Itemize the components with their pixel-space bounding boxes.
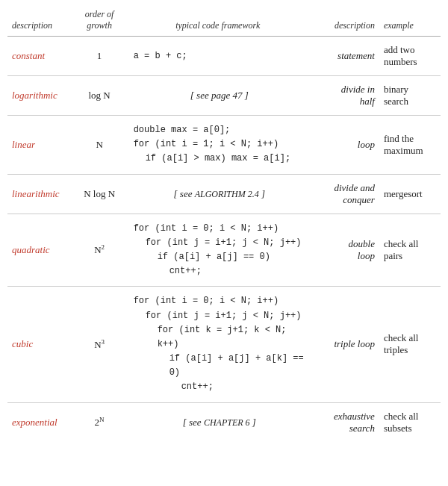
code-q-line-2: for (int j = i+1; j < N; j++) xyxy=(134,236,305,250)
code-c-line-3: for (int k = j+1; k < N; k++) xyxy=(134,323,305,352)
code-q-line-3: if (a[i] + a[j] == 0) xyxy=(134,250,305,264)
code-line-1: double max = a[0]; xyxy=(134,123,305,137)
desc-constant: constant xyxy=(7,37,73,76)
desc2-linear: loop xyxy=(310,116,379,175)
code-q-line-4: cnt++; xyxy=(134,264,305,278)
desc2-exponential: exhaustivesearch xyxy=(310,402,379,442)
row-linearithmic: linearithmic N log N [ see ALGORITHM 2.4… xyxy=(7,174,441,214)
header-description: description xyxy=(7,6,73,37)
header-code: typical code framework xyxy=(126,6,310,37)
desc2-logarithmic: divide inhalf xyxy=(310,76,379,116)
desc2-quadratic: doubleloop xyxy=(310,214,379,287)
row-cubic: cubic N3 for (int i = 0; i < N; i++) for… xyxy=(7,287,441,402)
row-quadratic: quadratic N2 for (int i = 0; i < N; i++)… xyxy=(7,214,441,287)
code-block-quadratic: for (int i = 0; i < N; i++) for (int j =… xyxy=(134,222,305,279)
header-growth: order ofgrowth xyxy=(73,6,126,37)
code-block-linear: double max = a[0]; for (int i = 1; i < N… xyxy=(134,123,305,166)
row-linear: linear N double max = a[0]; for (int i =… xyxy=(7,116,441,175)
code-line-2: for (int i = 1; i < N; i++) xyxy=(134,137,305,152)
example-exponential: check allsubsets xyxy=(379,402,441,442)
growth-linear: N xyxy=(73,116,126,175)
main-table-container: description order ofgrowth typical code … xyxy=(0,0,448,448)
example-constant: add twonumbers xyxy=(379,37,441,76)
header-description2: description xyxy=(310,6,379,37)
code-c-line-2: for (int j = i+1; j < N; j++) xyxy=(134,309,305,323)
desc2-linearithmic: divide andconquer xyxy=(310,174,379,214)
desc-linearithmic: linearithmic xyxy=(7,174,73,214)
code-q-line-1: for (int i = 0; i < N; i++) xyxy=(134,222,305,236)
row-constant: constant 1 a = b + c; statement add twon… xyxy=(7,37,441,76)
growth-constant: 1 xyxy=(73,37,126,76)
growth-linearithmic: N log N xyxy=(73,174,126,214)
growth-quadratic: N2 xyxy=(73,214,126,287)
desc2-cubic: triple loop xyxy=(310,287,379,402)
code-c-line-4: if (a[i] + a[j] + a[k] == 0) xyxy=(134,352,305,380)
example-quadratic: check allpairs xyxy=(379,214,441,287)
row-logarithmic: logarithmic log N [ see page 47 ] divide… xyxy=(7,76,441,116)
growth-exponential: 2N xyxy=(73,402,126,442)
desc-linear: linear xyxy=(7,116,73,175)
code-cubic: for (int i = 0; i < N; i++) for (int j =… xyxy=(126,287,310,402)
example-logarithmic: binarysearch xyxy=(379,76,441,116)
code-block-cubic: for (int i = 0; i < N; i++) for (int j =… xyxy=(134,294,305,394)
row-exponential: exponential 2N [ see CHAPTER 6 ] exhaust… xyxy=(7,402,441,442)
desc-quadratic: quadratic xyxy=(7,214,73,287)
growth-table: description order ofgrowth typical code … xyxy=(7,6,441,442)
code-line-3: if (a[i] > max) max = a[i]; xyxy=(134,152,305,166)
header-example: example xyxy=(379,6,441,37)
code-c-line-1: for (int i = 0; i < N; i++) xyxy=(134,294,305,308)
desc-logarithmic: logarithmic xyxy=(7,76,73,116)
example-linear: find themaximum xyxy=(379,116,441,175)
growth-cubic: N3 xyxy=(73,287,126,402)
code-linearithmic: [ see ALGORITHM 2.4 ] xyxy=(126,174,310,214)
code-logarithmic: [ see page 47 ] xyxy=(126,76,310,116)
example-cubic: check alltriples xyxy=(379,287,441,402)
algo-caps-ch6: CHAPTER 6 xyxy=(204,417,250,428)
code-exponential: [ see CHAPTER 6 ] xyxy=(126,402,310,442)
code-constant: a = b + c; xyxy=(126,37,310,76)
example-linearithmic: mergesort xyxy=(379,174,441,214)
desc-exponential: exponential xyxy=(7,402,73,442)
code-linear: double max = a[0]; for (int i = 1; i < N… xyxy=(126,116,310,175)
desc-cubic: cubic xyxy=(7,287,73,402)
code-c-line-5: cnt++; xyxy=(134,380,305,394)
code-quadratic: for (int i = 0; i < N; i++) for (int j =… xyxy=(126,214,310,287)
growth-logarithmic: log N xyxy=(73,76,126,116)
algo-caps-2.4: ALGORITHM 2.4 xyxy=(195,189,259,199)
desc2-constant: statement xyxy=(310,37,379,76)
